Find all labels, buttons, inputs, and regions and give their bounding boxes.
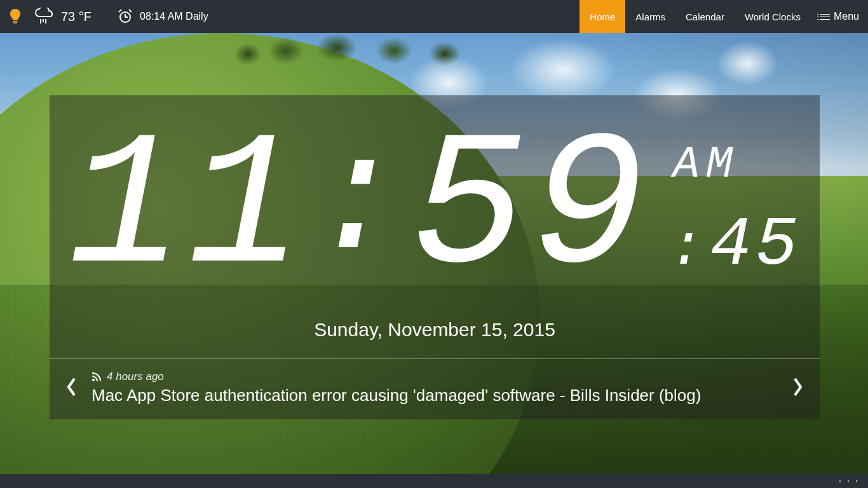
svg-rect-1 — [13, 22, 17, 23]
clock-seconds: :45 — [669, 205, 801, 285]
svg-point-10 — [92, 379, 95, 381]
clock-area: 11 : 59 AM :45 — [50, 95, 820, 311]
ticker-headline: Mac App Store authentication error causi… — [92, 386, 778, 405]
svg-rect-0 — [13, 21, 18, 22]
nav-home[interactable]: Home — [580, 0, 625, 33]
nav-world-clocks[interactable]: World Clocks — [735, 0, 811, 33]
chevron-left-icon — [65, 376, 79, 398]
clock-seconds-value: 45 — [710, 205, 801, 285]
clock-hours: 11 — [68, 114, 307, 305]
nav-menu-label: Menu — [834, 11, 859, 22]
more-options-button[interactable]: · · · — [839, 475, 859, 487]
top-nav: Home Alarms Calendar World Clocks Menu — [580, 0, 868, 33]
clock-colon: : — [307, 121, 411, 286]
ticker-meta: 4 hours ago — [92, 370, 778, 383]
news-ticker: 4 hours ago Mac App Store authentication… — [50, 358, 820, 419]
ticker-prev-button[interactable] — [65, 376, 79, 400]
top-bar-left: 73 °F 08:14 AM Daily — [0, 8, 208, 25]
alarm-clock-icon — [117, 8, 133, 25]
nav-calendar[interactable]: Calendar — [675, 0, 735, 33]
clock-time: 11 : 59 — [68, 114, 650, 305]
weather-widget[interactable]: 73 °F — [33, 8, 92, 25]
hamburger-icon — [820, 12, 830, 22]
clock-date: Sunday, November 15, 2015 — [50, 311, 820, 358]
top-bar: 73 °F 08:14 AM Daily Home Alarms Calenda… — [0, 0, 868, 33]
clock-minutes: 59 — [411, 114, 650, 305]
ticker-age: 4 hours ago — [107, 370, 164, 383]
clock-ampm: AM — [673, 140, 739, 190]
seconds-colon: : — [669, 216, 707, 281]
next-alarm-widget[interactable]: 08:14 AM Daily — [117, 8, 208, 25]
clock-right-column: AM :45 — [669, 114, 801, 285]
rss-icon — [92, 372, 102, 382]
svg-line-8 — [119, 10, 121, 12]
bottom-bar: · · · — [0, 474, 868, 488]
main-clock-panel: 11 : 59 AM :45 Sunday, November 15, 2015 — [50, 95, 820, 419]
svg-line-9 — [129, 10, 132, 12]
chevron-right-icon — [790, 376, 804, 398]
next-alarm-text: 08:14 AM Daily — [140, 11, 208, 22]
nav-alarms[interactable]: Alarms — [625, 0, 675, 33]
ticker-body[interactable]: 4 hours ago Mac App Store authentication… — [92, 370, 778, 405]
temperature-value: 73 °F — [61, 10, 92, 24]
ticker-next-button[interactable] — [790, 376, 804, 400]
lightbulb-icon[interactable] — [9, 8, 22, 25]
rain-cloud-icon — [33, 8, 55, 25]
nav-menu[interactable]: Menu — [811, 0, 868, 33]
